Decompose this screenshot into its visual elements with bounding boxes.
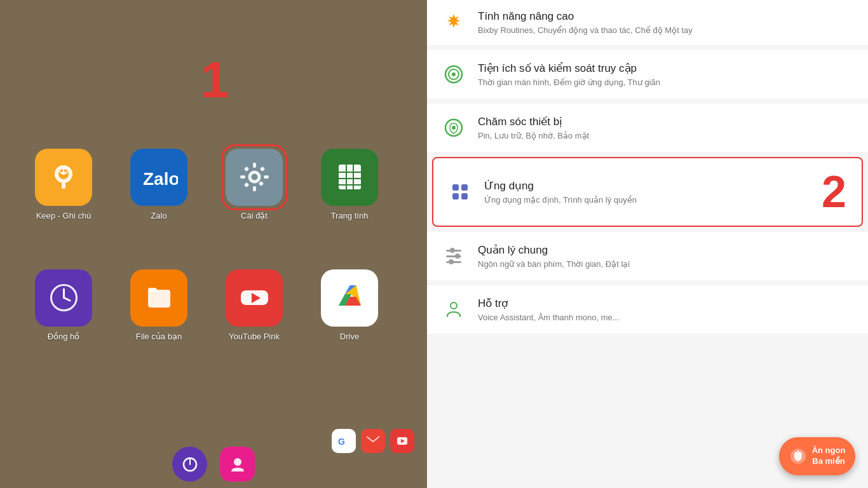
advanced-text: Tính năng nâng cao Bixby Routines, Chuyể… xyxy=(478,10,853,35)
keep-icon xyxy=(35,149,92,206)
clock-icon xyxy=(35,269,92,327)
files-label: File của bạn xyxy=(136,332,182,341)
advanced-icon xyxy=(442,10,465,33)
food-icon xyxy=(789,447,807,465)
svg-point-32 xyxy=(234,458,241,466)
settings-item-apps[interactable]: Ứng dụng Ứng dụng mặc định, Trình quản l… xyxy=(432,157,863,227)
drive-label: Drive xyxy=(340,332,359,341)
care-subtitle: Pin, Lưu trữ, Bộ nhớ, Bảo mật xyxy=(478,131,853,140)
floating-btn-text: Ăn ngon Ba miền xyxy=(812,445,846,467)
floating-food-button[interactable]: Ăn ngon Ba miền xyxy=(779,437,855,475)
google-icon: G xyxy=(332,429,356,453)
care-icon xyxy=(442,116,465,139)
svg-rect-11 xyxy=(258,181,263,186)
svg-point-5 xyxy=(251,174,257,180)
advanced-subtitle: Bixby Routines, Chuyển động và thao tác,… xyxy=(478,25,853,35)
svg-text:G: G xyxy=(338,437,345,447)
app-youtube[interactable]: YouTube Pink xyxy=(210,248,299,362)
settings-item-digital[interactable]: Tiện ích số và kiểm soát truy cập Thời g… xyxy=(427,50,868,98)
app-clock[interactable]: Đồng hồ xyxy=(19,248,108,362)
apps-icon xyxy=(449,180,471,203)
advanced-title: Tính năng nâng cao xyxy=(478,10,853,23)
youtube-icon xyxy=(226,269,283,327)
settings-item-advanced[interactable]: Tính năng nâng cao Bixby Routines, Chuyể… xyxy=(427,0,868,45)
svg-rect-9 xyxy=(264,175,269,179)
general-icon xyxy=(442,245,465,268)
svg-rect-7 xyxy=(253,186,256,191)
digital-icon xyxy=(442,63,465,86)
bottom-icon-1 xyxy=(172,447,207,482)
svg-rect-23 xyxy=(148,290,170,308)
step-2-label: 2 xyxy=(822,170,846,214)
apps-subtitle: Ứng dụng mặc định, Trình quản lý quyền xyxy=(484,195,803,205)
floating-line1: Ăn ngon xyxy=(812,445,846,456)
bottom-status: G xyxy=(332,429,414,453)
svg-rect-6 xyxy=(253,163,256,168)
care-title: Chăm sóc thiết bị xyxy=(478,115,853,128)
digital-title: Tiện ích số và kiểm soát truy cập xyxy=(478,62,853,75)
svg-point-41 xyxy=(452,72,456,76)
settings-item-care[interactable]: Chăm sóc thiết bị Pin, Lưu trữ, Bộ nhớ, … xyxy=(427,104,868,152)
gmail-icon xyxy=(361,429,385,453)
general-title: Quản lý chung xyxy=(478,243,853,257)
bottom-icon-2 xyxy=(220,447,255,482)
app-keep[interactable]: Keep - Ghi chú xyxy=(19,127,108,241)
phone-screen: 1 Keep - Ghi chú Zalo Zalo xyxy=(0,0,427,488)
keep-label: Keep - Ghi chú xyxy=(36,211,92,220)
svg-text:Zalo: Zalo xyxy=(143,169,178,189)
svg-point-44 xyxy=(451,302,457,309)
dot-grid-icon xyxy=(452,184,468,200)
apps-title: Ứng dụng xyxy=(484,179,803,193)
app-drive[interactable]: Drive xyxy=(305,248,394,362)
digital-subtitle: Thời gian màn hình, Đếm giờ ứng dụng, Th… xyxy=(478,78,853,87)
settings-item-general[interactable]: Quản lý chung Ngôn ngữ và bàn phím, Thời… xyxy=(427,232,868,280)
youtube-label: YouTube Pink xyxy=(229,332,280,341)
support-icon xyxy=(442,298,465,321)
settings-panel: Tính năng nâng cao Bixby Routines, Chuyể… xyxy=(427,0,868,488)
care-text: Chăm sóc thiết bị Pin, Lưu trữ, Bộ nhớ, … xyxy=(478,115,853,140)
svg-rect-14 xyxy=(339,165,361,189)
support-subtitle: Voice Assistant, Âm thanh mono, me... xyxy=(478,313,853,322)
support-title: Hỗ trợ xyxy=(478,297,853,310)
youtube-small-icon xyxy=(390,429,414,453)
bottom-tray xyxy=(172,447,255,482)
svg-point-43 xyxy=(452,126,456,130)
svg-line-22 xyxy=(64,298,70,301)
step-1-label: 1 xyxy=(201,51,229,109)
settings-icon xyxy=(226,149,283,206)
sheets-icon xyxy=(321,149,378,206)
svg-rect-8 xyxy=(240,175,245,179)
settings-label: Cài đặt xyxy=(241,211,268,220)
app-settings[interactable]: Cài đặt xyxy=(210,127,299,241)
app-zalo[interactable]: Zalo Zalo xyxy=(114,127,203,241)
apps-grid: Keep - Ghi chú Zalo Zalo xyxy=(19,127,394,362)
svg-rect-13 xyxy=(259,166,264,172)
general-text: Quản lý chung Ngôn ngữ và bàn phím, Thời… xyxy=(478,243,853,269)
app-files[interactable]: File của bạn xyxy=(114,248,203,362)
general-subtitle: Ngôn ngữ và bàn phím, Thời gian, Đặt lại xyxy=(478,259,853,269)
settings-item-support[interactable]: Hỗ trợ Voice Assistant, Âm thanh mono, m… xyxy=(427,285,868,334)
svg-rect-10 xyxy=(243,166,248,172)
apps-text: Ứng dụng Ứng dụng mặc định, Trình quản l… xyxy=(484,179,803,205)
drive-icon xyxy=(321,269,378,327)
app-sheets[interactable]: Trang tính xyxy=(305,127,394,241)
support-text: Hỗ trợ Voice Assistant, Âm thanh mono, m… xyxy=(478,297,853,322)
clock-label: Đồng hồ xyxy=(48,332,80,341)
digital-text: Tiện ích số và kiểm soát truy cập Thời g… xyxy=(478,62,853,87)
svg-rect-1 xyxy=(62,182,65,189)
files-icon xyxy=(130,269,187,327)
sheets-label: Trang tính xyxy=(331,211,369,220)
zalo-label: Zalo xyxy=(151,211,166,220)
svg-rect-12 xyxy=(243,182,248,187)
floating-line2: Ba miền xyxy=(812,456,846,467)
zalo-icon: Zalo xyxy=(130,149,187,206)
